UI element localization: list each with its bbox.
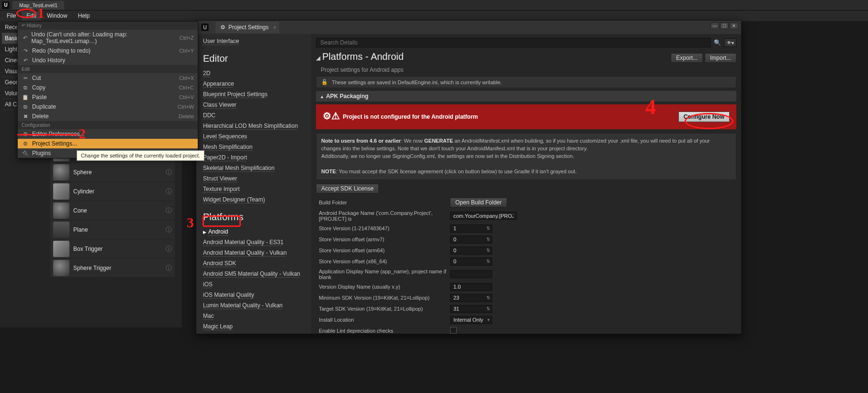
menu-undo-history[interactable]: ↶Undo History (18, 56, 198, 65)
menu-label: Cut (32, 75, 41, 81)
collapse-icon[interactable]: ◢ (316, 55, 320, 61)
nav-skelmesh[interactable]: Skeletal Mesh Simplification (203, 163, 304, 173)
ps-nav[interactable]: User Interface Editor 2D Appearance Blue… (196, 34, 311, 334)
menu-redo[interactable]: ↷Redo (Nothing to redo)Ctrl+Y (18, 46, 198, 56)
nav-ios-material[interactable]: iOS Material Quality (203, 290, 304, 300)
info-icon[interactable]: ⓘ (166, 225, 172, 234)
x86-offset-input[interactable]: 0 (450, 258, 492, 266)
menu-window[interactable]: Window (42, 11, 72, 21)
prop-label: Store Version offset (armv7) (316, 236, 450, 242)
paste-icon: 📋 (22, 94, 29, 101)
search-icon[interactable]: 🔍 (714, 39, 721, 46)
actor-row[interactable]: Planeⓘ (50, 220, 175, 239)
actor-row[interactable]: Sphereⓘ (50, 163, 175, 182)
menu-delete[interactable]: ✖DeleteDelete (18, 112, 198, 121)
delete-icon: ✖ (22, 113, 29, 120)
min-sdk-input[interactable]: 23 (450, 294, 492, 302)
maximize-button[interactable]: ☐ (720, 22, 729, 29)
app-display-name-input[interactable] (450, 270, 492, 278)
nav-section-editor: Editor (203, 53, 304, 64)
redo-icon: ↷ (22, 48, 29, 54)
menu-edit[interactable]: Edit (22, 11, 41, 21)
actor-row[interactable]: Sphere Triggerⓘ (50, 258, 175, 278)
nav-user-interface[interactable]: User Interface (203, 36, 304, 46)
actor-row[interactable]: Cylinderⓘ (50, 182, 175, 201)
info-icon[interactable]: ⓘ (166, 187, 172, 196)
actor-row[interactable]: Coneⓘ (50, 201, 175, 220)
nav-texture-import[interactable]: Texture Import (203, 184, 304, 194)
level-tab[interactable]: Map_TestLevel1 (12, 1, 64, 10)
accept-sdk-button[interactable]: Accept SDK License (316, 184, 379, 193)
nav-appearance[interactable]: Appearance (203, 79, 304, 89)
close-icon[interactable]: × (273, 24, 276, 30)
nav-struct-viewer[interactable]: Struct Viewer (203, 173, 304, 184)
configure-now-button[interactable]: Configure Now (678, 112, 730, 122)
info-icon[interactable]: ⓘ (166, 206, 172, 215)
install-location-select[interactable]: Internal Only (450, 316, 492, 324)
view-options-button[interactable]: 👁▾ (724, 38, 736, 47)
menu-cut[interactable]: ✂CutCtrl+X (18, 73, 198, 83)
nav-android-vulkan[interactable]: Android Material Quality - Vulkan (203, 247, 304, 258)
sphere-icon (53, 164, 69, 180)
open-build-folder-button[interactable]: Open Build Folder (450, 198, 507, 207)
nav-class-viewer[interactable]: Class Viewer (203, 100, 304, 110)
section-apk-packaging[interactable]: ▲APK Packaging (316, 91, 736, 101)
nav-android-sm5[interactable]: Android SM5 Material Quality - Vulkan (203, 269, 304, 279)
nav-android[interactable]: ▶Android (203, 226, 304, 237)
triangle-down-icon: ▲ (320, 94, 324, 99)
armv7-offset-input[interactable]: 0 (450, 236, 492, 244)
page-title: Platforms - Android (322, 51, 404, 62)
nav-mac[interactable]: Mac (203, 311, 304, 321)
info-icon[interactable]: ⓘ (166, 168, 172, 177)
prop-label: Enable Lint depreciation checks (316, 328, 450, 334)
close-button[interactable]: ✕ (730, 22, 738, 29)
duplicate-icon: ⧉ (22, 104, 29, 110)
copy-icon: ⧉ (22, 85, 29, 91)
nav-magic-leap-sdk[interactable]: Magic Leap SDK (203, 332, 304, 334)
menu-paste[interactable]: 📋PasteCtrl+V (18, 92, 198, 102)
export-button[interactable]: Export... (671, 53, 703, 63)
menu-duplicate[interactable]: ⧉DuplicateCtrl+W (18, 102, 198, 112)
nav-android-es31[interactable]: Android Material Quality - ES31 (203, 237, 304, 247)
banner-text: Project is not configured for the Androi… (343, 113, 478, 120)
nav-2d[interactable]: 2D (203, 68, 304, 79)
info-icon[interactable]: ⓘ (166, 264, 172, 272)
ps-titlebar: U ⚙ Project Settings × — ☐ ✕ (196, 21, 741, 34)
menu-undo[interactable]: ↶Undo (Can't undo after: Loading map: Ma… (18, 30, 198, 46)
info-icon[interactable]: ⓘ (166, 245, 172, 253)
nav-ios[interactable]: iOS (203, 279, 304, 290)
menu-copy[interactable]: ⧉CopyCtrl+C (18, 83, 198, 92)
prop-label: Store Version offset (arm64) (316, 247, 450, 253)
import-button[interactable]: Import... (705, 53, 736, 63)
menu-project-settings[interactable]: ⚙Project Settings... (18, 139, 198, 148)
actor-row[interactable]: Box Triggerⓘ (50, 239, 175, 258)
nav-level-sequences[interactable]: Level Sequences (203, 131, 304, 142)
shortcut: Delete (179, 113, 194, 119)
search-details-input[interactable] (316, 38, 711, 47)
shortcut: Ctrl+X (179, 75, 194, 81)
version-display-input[interactable] (450, 283, 492, 291)
menu-label: Undo (Can't undo after: Loading map: Map… (32, 31, 180, 45)
store-version-input[interactable]: 1 (450, 225, 492, 233)
unlock-icon: 🔓 (321, 79, 328, 85)
lint-checkbox[interactable] (450, 327, 457, 334)
target-sdk-input[interactable]: 31 (450, 305, 492, 313)
package-name-input[interactable] (450, 212, 517, 220)
minimize-button[interactable]: — (710, 22, 719, 29)
nav-blueprint-project[interactable]: Blueprint Project Settings (203, 89, 304, 100)
nav-ddc[interactable]: DDC (203, 110, 304, 121)
nav-lumin[interactable]: Lumin Material Quality - Vulkan (203, 300, 304, 311)
nav-android-sdk[interactable]: Android SDK (203, 258, 304, 269)
menu-file[interactable]: File (2, 11, 21, 21)
nav-mesh-simpl[interactable]: Mesh Simplification (203, 142, 304, 152)
arm64-offset-input[interactable]: 0 (450, 247, 492, 255)
nav-hlod[interactable]: Hierarchical LOD Mesh Simplification (203, 121, 304, 131)
menu-help[interactable]: Help (73, 11, 95, 21)
nav-magic-leap[interactable]: Magic Leap (203, 321, 304, 332)
actor-label: Box Trigger (73, 246, 166, 252)
menu-label: Redo (Nothing to redo) (32, 47, 90, 54)
nav-paper2d[interactable]: Paper2D - Import (203, 152, 304, 163)
ps-tab[interactable]: ⚙ Project Settings × (215, 22, 279, 33)
cut-icon: ✂ (22, 75, 29, 81)
nav-widget-designer[interactable]: Widget Designer (Team) (203, 194, 304, 205)
